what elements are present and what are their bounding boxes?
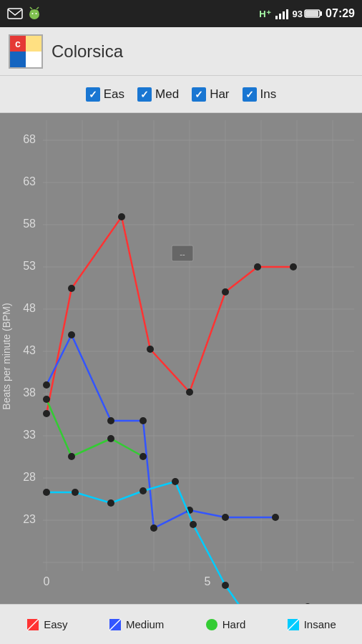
- legend-insane-label: Insane: [304, 618, 336, 630]
- chart-area: 68 63 58 53 48 43 38 33 28 23 0 5 Beats …: [0, 113, 362, 604]
- legend-hard-label: Hard: [222, 618, 246, 630]
- legend-easy-icon: [26, 618, 40, 632]
- legend-hard-icon: [205, 618, 219, 632]
- svg-point-62: [150, 525, 157, 532]
- legend-easy-label: Easy: [44, 618, 67, 630]
- svg-line-6: [36, 7, 39, 9]
- svg-rect-12: [320, 11, 322, 16]
- svg-point-73: [140, 487, 147, 494]
- svg-rect-2: [30, 10, 39, 16]
- svg-point-59: [68, 331, 75, 338]
- svg-point-58: [43, 381, 50, 389]
- checkbox-insane[interactable]: [243, 87, 257, 102]
- svg-point-66: [43, 396, 50, 403]
- svg-point-70: [43, 489, 50, 496]
- svg-text:68: 68: [23, 133, 36, 145]
- legend-medium-icon: [108, 618, 122, 632]
- filter-insane-label: Ins: [260, 87, 277, 102]
- svg-point-71: [72, 489, 79, 496]
- svg-text:0: 0: [44, 575, 50, 587]
- svg-rect-14: [0, 113, 362, 604]
- svg-point-65: [272, 514, 279, 521]
- svg-point-72: [107, 499, 114, 507]
- legend-insane-icon: [286, 618, 300, 632]
- checkbox-hard[interactable]: [192, 87, 206, 102]
- svg-point-75: [190, 521, 197, 528]
- filter-insane[interactable]: Ins: [243, 87, 277, 102]
- svg-text:53: 53: [23, 260, 36, 272]
- status-right: H⁺ 93 07:29: [259, 7, 355, 20]
- svg-text:43: 43: [23, 344, 36, 356]
- filter-bar: Eas Med Har Ins: [0, 76, 362, 113]
- filter-hard-label: Har: [210, 87, 229, 102]
- svg-point-50: [43, 410, 50, 417]
- filter-easy[interactable]: Eas: [86, 87, 124, 102]
- app-icon-tr: [26, 36, 41, 52]
- filter-medium-label: Med: [155, 87, 179, 102]
- legend-medium: Medium: [108, 618, 164, 632]
- svg-rect-10: [286, 9, 288, 19]
- svg-point-56: [254, 263, 261, 270]
- chart-svg: 68 63 58 53 48 43 38 33 28 23 0 5 Beats …: [0, 113, 362, 604]
- legend-bar: Easy Medium Hard Insane: [0, 604, 362, 644]
- status-bar: H⁺ 93 07:29: [0, 0, 362, 27]
- svg-point-57: [290, 263, 297, 270]
- svg-text:5: 5: [205, 575, 211, 587]
- svg-rect-8: [279, 14, 281, 19]
- status-icons: [7, 6, 41, 21]
- app-icon-tl: c: [10, 36, 26, 52]
- svg-point-74: [172, 478, 179, 485]
- svg-point-53: [147, 346, 154, 353]
- svg-rect-0: [8, 9, 22, 19]
- svg-point-64: [222, 514, 229, 521]
- app-icon-bl: [10, 52, 26, 67]
- svg-line-5: [30, 7, 32, 9]
- svg-point-85: [206, 619, 217, 630]
- legend-insane: Insane: [286, 618, 336, 632]
- svg-text:23: 23: [23, 513, 36, 525]
- legend-medium-label: Medium: [126, 618, 164, 630]
- signal-icon: [274, 7, 290, 20]
- svg-text:28: 28: [23, 471, 36, 483]
- app-icon-br: [26, 52, 41, 67]
- svg-text:33: 33: [23, 429, 36, 441]
- svg-text:38: 38: [23, 386, 36, 399]
- svg-point-60: [107, 417, 114, 424]
- app-title: Colorsica: [52, 42, 123, 62]
- svg-rect-13: [305, 11, 318, 16]
- svg-point-61: [140, 417, 147, 424]
- filter-medium[interactable]: Med: [137, 87, 179, 102]
- title-bar: c Colorsica: [0, 27, 362, 76]
- svg-point-3: [32, 13, 34, 14]
- checkbox-medium[interactable]: [137, 87, 152, 102]
- battery-icon: 93: [293, 9, 323, 19]
- svg-point-67: [68, 453, 75, 460]
- battery-indicator: H⁺: [259, 9, 270, 19]
- svg-text:--: --: [180, 250, 185, 258]
- message-icon: [7, 8, 23, 19]
- svg-text:58: 58: [23, 218, 36, 230]
- svg-point-52: [118, 213, 125, 220]
- svg-point-76: [222, 582, 229, 589]
- android-icon: [27, 6, 41, 21]
- checkbox-easy[interactable]: [86, 87, 100, 102]
- app-icon: c: [9, 34, 43, 69]
- svg-point-54: [186, 389, 193, 396]
- legend-hard: Hard: [205, 618, 246, 632]
- svg-text:48: 48: [23, 302, 36, 314]
- svg-point-68: [107, 435, 114, 442]
- filter-hard[interactable]: Har: [192, 87, 229, 102]
- legend-easy: Easy: [26, 618, 67, 632]
- svg-point-69: [140, 453, 147, 460]
- svg-point-55: [222, 288, 229, 296]
- svg-text:63: 63: [23, 175, 36, 187]
- svg-point-51: [68, 285, 75, 292]
- svg-point-4: [36, 13, 37, 14]
- svg-rect-9: [283, 11, 285, 19]
- filter-easy-label: Eas: [104, 87, 124, 102]
- time-display: 07:29: [326, 7, 355, 20]
- svg-text:Beats per minute (BPM): Beats per minute (BPM): [1, 303, 12, 409]
- svg-rect-7: [275, 16, 278, 19]
